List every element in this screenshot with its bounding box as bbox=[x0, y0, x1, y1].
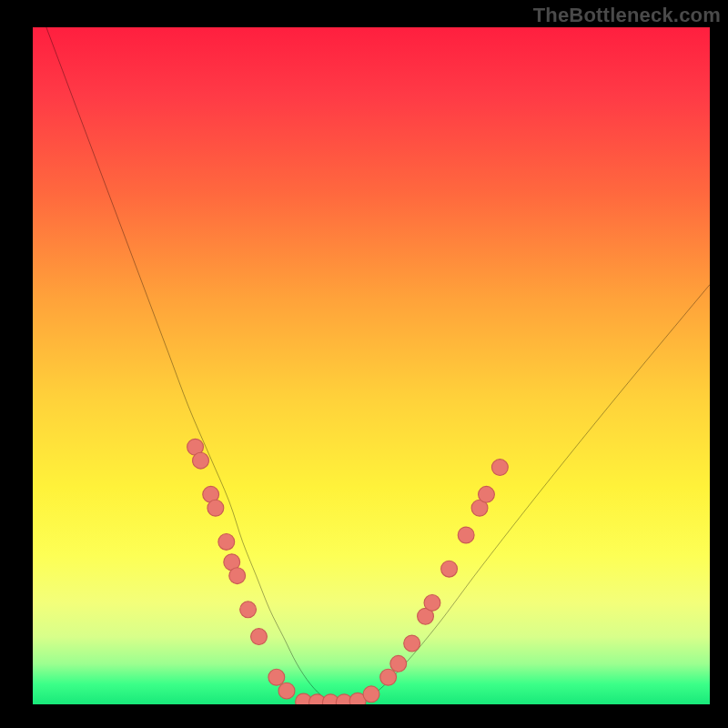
data-marker bbox=[424, 594, 440, 611]
data-marker bbox=[207, 500, 224, 516]
data-marker bbox=[380, 669, 397, 685]
curve-svg bbox=[33, 27, 710, 704]
data-marker bbox=[218, 534, 235, 551]
data-marker bbox=[193, 452, 209, 469]
data-marker bbox=[441, 561, 458, 577]
bottleneck-curve bbox=[46, 27, 710, 704]
data-marker bbox=[229, 568, 246, 584]
data-marker bbox=[404, 635, 420, 652]
data-marker bbox=[240, 602, 257, 618]
curve-layer bbox=[46, 27, 710, 704]
data-marker bbox=[479, 486, 495, 502]
marker-layer bbox=[187, 439, 509, 704]
data-marker bbox=[251, 629, 268, 645]
data-marker bbox=[363, 686, 379, 703]
data-marker bbox=[268, 669, 285, 685]
data-marker bbox=[458, 527, 474, 543]
data-marker bbox=[278, 682, 295, 699]
watermark-text: TheBottleneck.com bbox=[533, 4, 721, 27]
plot-area bbox=[33, 27, 710, 704]
data-marker bbox=[491, 460, 508, 476]
chart-frame: TheBottleneck.com bbox=[0, 0, 728, 728]
data-marker bbox=[390, 655, 407, 672]
